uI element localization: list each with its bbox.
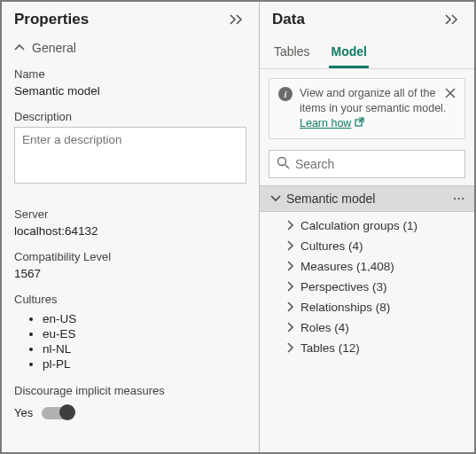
- description-label: Description: [14, 110, 246, 123]
- compat-value: 1567: [14, 267, 246, 280]
- chevron-right-icon: [286, 240, 295, 251]
- external-link-icon: [355, 116, 364, 131]
- chevron-double-right-icon: [229, 13, 245, 26]
- name-label: Name: [14, 67, 246, 81]
- properties-panel: Properties General Name Semantic model D…: [2, 2, 259, 452]
- tree-root[interactable]: Semantic model ···: [260, 185, 474, 212]
- more-options-button[interactable]: ···: [453, 192, 465, 205]
- discourage-label: Discourage implicit measures: [14, 384, 246, 397]
- info-text-wrap: View and organize all of the items in yo…: [300, 86, 456, 131]
- culture-item: pl-PL: [43, 356, 246, 372]
- tree-item-label: Measures (1,408): [300, 260, 394, 273]
- tree-item-label: Tables (12): [300, 341, 360, 355]
- search-icon: [277, 156, 290, 172]
- close-icon: [445, 88, 456, 101]
- search-input[interactable]: [295, 157, 457, 171]
- tree-item-calculation-groups[interactable]: Calculation groups (1): [286, 215, 474, 236]
- tree-item-cultures[interactable]: Cultures (4): [286, 236, 474, 256]
- culture-item: en-US: [43, 311, 246, 326]
- search-box[interactable]: [269, 150, 465, 178]
- tab-model[interactable]: Model: [329, 41, 368, 68]
- properties-title: Properties: [14, 11, 89, 28]
- learn-how-label: Learn how: [300, 116, 351, 131]
- general-section-header[interactable]: General: [2, 34, 259, 64]
- chevron-right-icon: [286, 301, 295, 312]
- discourage-toggle-row: Yes: [2, 404, 259, 421]
- chevron-right-icon: [286, 281, 295, 292]
- tree-item-label: Roles (4): [300, 321, 349, 334]
- culture-item: eu-ES: [43, 326, 246, 341]
- tab-tables[interactable]: Tables: [272, 41, 311, 68]
- discourage-value: Yes: [14, 406, 33, 419]
- name-value: Semantic model: [14, 84, 246, 98]
- tree: Calculation groups (1) Cultures (4) Meas…: [260, 212, 474, 362]
- discourage-toggle[interactable]: [42, 407, 74, 419]
- chevron-right-icon: [286, 342, 295, 353]
- data-header: Data: [260, 2, 474, 34]
- discourage-field: Discourage implicit measures: [2, 380, 259, 404]
- dismiss-info-button[interactable]: [443, 86, 457, 103]
- info-banner: i View and organize all of the items in …: [269, 78, 465, 139]
- collapse-data-button[interactable]: [441, 12, 464, 27]
- tree-item-tables[interactable]: Tables (12): [286, 338, 474, 358]
- cultures-label: Cultures: [14, 293, 246, 306]
- server-field: Server localhost:64132: [2, 195, 259, 247]
- name-field: Name Semantic model: [2, 64, 259, 106]
- cultures-field: Cultures en-US eu-ES nl-NL pl-PL: [2, 289, 259, 380]
- info-icon: i: [278, 87, 293, 101]
- chevron-right-icon: [286, 261, 295, 271]
- chevron-right-icon: [286, 322, 295, 333]
- compat-label: Compatibility Level: [14, 250, 246, 263]
- tree-item-label: Relationships (8): [300, 301, 390, 314]
- info-text: View and organize all of the items in yo…: [300, 87, 446, 114]
- svg-point-1: [278, 157, 286, 165]
- description-field: Description: [2, 106, 259, 195]
- tree-root-label: Semantic model: [286, 192, 375, 206]
- toggle-knob: [59, 404, 75, 420]
- compat-field: Compatibility Level 1567: [2, 247, 259, 289]
- tree-item-label: Perspectives (3): [300, 280, 387, 294]
- tree-item-roles[interactable]: Roles (4): [286, 317, 474, 338]
- chevron-right-icon: [286, 220, 295, 231]
- learn-how-link[interactable]: Learn how: [300, 116, 364, 131]
- data-tabs: Tables Model: [260, 34, 474, 69]
- culture-item: nl-NL: [43, 341, 246, 356]
- collapse-properties-button[interactable]: [225, 12, 248, 27]
- server-label: Server: [14, 207, 246, 221]
- cultures-list: en-US eu-ES nl-NL pl-PL: [14, 309, 246, 372]
- tree-item-label: Calculation groups (1): [300, 219, 417, 232]
- chevron-double-right-icon: [444, 13, 460, 26]
- data-panel: Data Tables Model i View and organize al…: [259, 2, 474, 452]
- tree-item-relationships[interactable]: Relationships (8): [286, 297, 474, 317]
- general-label: General: [32, 41, 76, 55]
- tree-item-label: Cultures (4): [300, 239, 363, 253]
- description-input[interactable]: [14, 127, 246, 184]
- properties-header: Properties: [2, 2, 259, 34]
- tree-item-perspectives[interactable]: Perspectives (3): [286, 277, 474, 297]
- chevron-up-icon: [14, 43, 25, 52]
- chevron-down-icon: [270, 194, 281, 203]
- tree-item-measures[interactable]: Measures (1,408): [286, 256, 474, 277]
- data-title: Data: [272, 11, 305, 28]
- server-value: localhost:64132: [14, 224, 246, 238]
